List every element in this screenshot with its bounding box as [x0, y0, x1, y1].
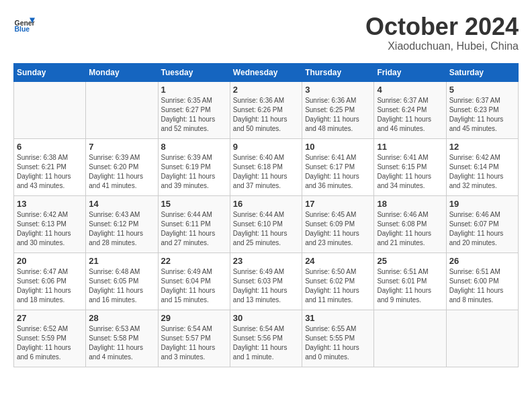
calendar-day-cell: 27Sunrise: 6:52 AMSunset: 5:59 PMDayligh… — [14, 310, 86, 367]
calendar-header-row: SundayMondayTuesdayWednesdayThursdayFrid… — [14, 63, 519, 81]
day-number: 25 — [377, 256, 443, 266]
day-content: Sunrise: 6:44 AMSunset: 6:11 PMDaylight:… — [161, 210, 227, 248]
day-number: 3 — [305, 85, 371, 95]
calendar-day-cell: 18Sunrise: 6:46 AMSunset: 6:08 PMDayligh… — [374, 195, 446, 253]
day-number: 20 — [17, 256, 83, 266]
day-number: 17 — [305, 199, 371, 209]
calendar-header-cell: Friday — [374, 63, 446, 81]
day-content: Sunrise: 6:41 AMSunset: 6:15 PMDaylight:… — [377, 153, 443, 191]
calendar-day-cell: 22Sunrise: 6:49 AMSunset: 6:04 PMDayligh… — [158, 253, 230, 310]
day-content: Sunrise: 6:42 AMSunset: 6:13 PMDaylight:… — [17, 210, 83, 248]
calendar-day-cell: 28Sunrise: 6:53 AMSunset: 5:58 PMDayligh… — [86, 310, 158, 367]
day-content: Sunrise: 6:47 AMSunset: 6:06 PMDaylight:… — [17, 267, 83, 305]
day-number: 2 — [233, 85, 299, 95]
day-number: 1 — [161, 85, 227, 95]
calendar-week-row: 20Sunrise: 6:47 AMSunset: 6:06 PMDayligh… — [14, 253, 519, 310]
calendar-day-cell: 12Sunrise: 6:42 AMSunset: 6:14 PMDayligh… — [446, 138, 518, 195]
day-number: 7 — [89, 142, 154, 152]
calendar-day-cell: 2Sunrise: 6:36 AMSunset: 6:26 PMDaylight… — [230, 81, 302, 138]
day-content: Sunrise: 6:51 AMSunset: 6:00 PMDaylight:… — [449, 267, 515, 305]
calendar-day-cell: 1Sunrise: 6:35 AMSunset: 6:27 PMDaylight… — [158, 81, 230, 138]
day-number: 12 — [449, 142, 515, 152]
calendar-day-cell: 8Sunrise: 6:39 AMSunset: 6:19 PMDaylight… — [158, 138, 230, 195]
day-number: 27 — [17, 313, 83, 323]
day-number: 18 — [377, 199, 443, 209]
calendar-body: 1Sunrise: 6:35 AMSunset: 6:27 PMDaylight… — [14, 81, 519, 367]
day-number: 19 — [449, 199, 515, 209]
calendar-header-cell: Sunday — [14, 63, 86, 81]
day-content: Sunrise: 6:37 AMSunset: 6:23 PMDaylight:… — [449, 96, 515, 134]
day-number: 31 — [305, 313, 371, 323]
day-content: Sunrise: 6:51 AMSunset: 6:01 PMDaylight:… — [377, 267, 443, 305]
day-number: 16 — [233, 199, 299, 209]
day-content: Sunrise: 6:41 AMSunset: 6:17 PMDaylight:… — [305, 153, 371, 191]
calendar-day-cell: 24Sunrise: 6:50 AMSunset: 6:02 PMDayligh… — [302, 253, 374, 310]
day-number: 23 — [233, 256, 299, 266]
calendar-header-cell: Thursday — [302, 63, 374, 81]
calendar-day-cell: 30Sunrise: 6:54 AMSunset: 5:56 PMDayligh… — [230, 310, 302, 367]
day-content: Sunrise: 6:45 AMSunset: 6:09 PMDaylight:… — [305, 210, 371, 248]
day-content: Sunrise: 6:38 AMSunset: 6:21 PMDaylight:… — [17, 153, 83, 191]
day-number: 24 — [305, 256, 371, 266]
day-content: Sunrise: 6:36 AMSunset: 6:25 PMDaylight:… — [305, 96, 371, 134]
day-number: 6 — [17, 142, 83, 152]
calendar-header-cell: Tuesday — [158, 63, 230, 81]
logo-icon: General Blue — [13, 13, 35, 35]
day-number: 14 — [89, 199, 154, 209]
page-header: General Blue October 2024 Xiaoduchuan, H… — [13, 13, 519, 52]
day-content: Sunrise: 6:52 AMSunset: 5:59 PMDaylight:… — [17, 324, 83, 362]
calendar-week-row: 1Sunrise: 6:35 AMSunset: 6:27 PMDaylight… — [14, 81, 519, 138]
day-number: 26 — [449, 256, 515, 266]
calendar-day-cell — [374, 310, 446, 367]
day-number: 28 — [89, 313, 154, 323]
day-number: 10 — [305, 142, 371, 152]
calendar-day-cell: 5Sunrise: 6:37 AMSunset: 6:23 PMDaylight… — [446, 81, 518, 138]
day-number: 5 — [449, 85, 515, 95]
day-number: 13 — [17, 199, 83, 209]
day-content: Sunrise: 6:55 AMSunset: 5:55 PMDaylight:… — [305, 324, 371, 362]
calendar-header-cell: Saturday — [446, 63, 518, 81]
calendar-day-cell: 17Sunrise: 6:45 AMSunset: 6:09 PMDayligh… — [302, 195, 374, 253]
calendar-day-cell: 3Sunrise: 6:36 AMSunset: 6:25 PMDaylight… — [302, 81, 374, 138]
day-content: Sunrise: 6:53 AMSunset: 5:58 PMDaylight:… — [89, 324, 154, 362]
day-number: 21 — [89, 256, 154, 266]
calendar-table: SundayMondayTuesdayWednesdayThursdayFrid… — [13, 63, 519, 367]
location-subtitle: Xiaoduchuan, Hubei, China — [365, 40, 519, 52]
calendar-day-cell: 20Sunrise: 6:47 AMSunset: 6:06 PMDayligh… — [14, 253, 86, 310]
day-content: Sunrise: 6:46 AMSunset: 6:08 PMDaylight:… — [377, 210, 443, 248]
day-content: Sunrise: 6:50 AMSunset: 6:02 PMDaylight:… — [305, 267, 371, 305]
day-content: Sunrise: 6:49 AMSunset: 6:03 PMDaylight:… — [233, 267, 299, 305]
day-content: Sunrise: 6:39 AMSunset: 6:19 PMDaylight:… — [161, 153, 227, 191]
day-number: 15 — [161, 199, 227, 209]
calendar-day-cell: 29Sunrise: 6:54 AMSunset: 5:57 PMDayligh… — [158, 310, 230, 367]
calendar-day-cell: 16Sunrise: 6:44 AMSunset: 6:10 PMDayligh… — [230, 195, 302, 253]
day-content: Sunrise: 6:49 AMSunset: 6:04 PMDaylight:… — [161, 267, 227, 305]
calendar-day-cell: 26Sunrise: 6:51 AMSunset: 6:00 PMDayligh… — [446, 253, 518, 310]
calendar-day-cell: 15Sunrise: 6:44 AMSunset: 6:11 PMDayligh… — [158, 195, 230, 253]
logo: General Blue — [13, 13, 35, 35]
calendar-day-cell — [86, 81, 158, 138]
day-number: 9 — [233, 142, 299, 152]
calendar-day-cell: 23Sunrise: 6:49 AMSunset: 6:03 PMDayligh… — [230, 253, 302, 310]
day-content: Sunrise: 6:40 AMSunset: 6:18 PMDaylight:… — [233, 153, 299, 191]
month-title: October 2024 — [365, 13, 519, 40]
calendar-day-cell: 31Sunrise: 6:55 AMSunset: 5:55 PMDayligh… — [302, 310, 374, 367]
day-content: Sunrise: 6:35 AMSunset: 6:27 PMDaylight:… — [161, 96, 227, 134]
calendar-header-cell: Wednesday — [230, 63, 302, 81]
day-number: 22 — [161, 256, 227, 266]
calendar-day-cell: 14Sunrise: 6:43 AMSunset: 6:12 PMDayligh… — [86, 195, 158, 253]
day-content: Sunrise: 6:36 AMSunset: 6:26 PMDaylight:… — [233, 96, 299, 134]
calendar-day-cell: 19Sunrise: 6:46 AMSunset: 6:07 PMDayligh… — [446, 195, 518, 253]
day-number: 30 — [233, 313, 299, 323]
day-number: 4 — [377, 85, 443, 95]
calendar-day-cell — [446, 310, 518, 367]
svg-text:Blue: Blue — [15, 26, 30, 33]
day-number: 8 — [161, 142, 227, 152]
day-number: 11 — [377, 142, 443, 152]
calendar-day-cell: 7Sunrise: 6:39 AMSunset: 6:20 PMDaylight… — [86, 138, 158, 195]
day-content: Sunrise: 6:54 AMSunset: 5:57 PMDaylight:… — [161, 324, 227, 362]
calendar-day-cell: 21Sunrise: 6:48 AMSunset: 6:05 PMDayligh… — [86, 253, 158, 310]
calendar-day-cell: 13Sunrise: 6:42 AMSunset: 6:13 PMDayligh… — [14, 195, 86, 253]
calendar-day-cell — [14, 81, 86, 138]
calendar-header-cell: Monday — [86, 63, 158, 81]
